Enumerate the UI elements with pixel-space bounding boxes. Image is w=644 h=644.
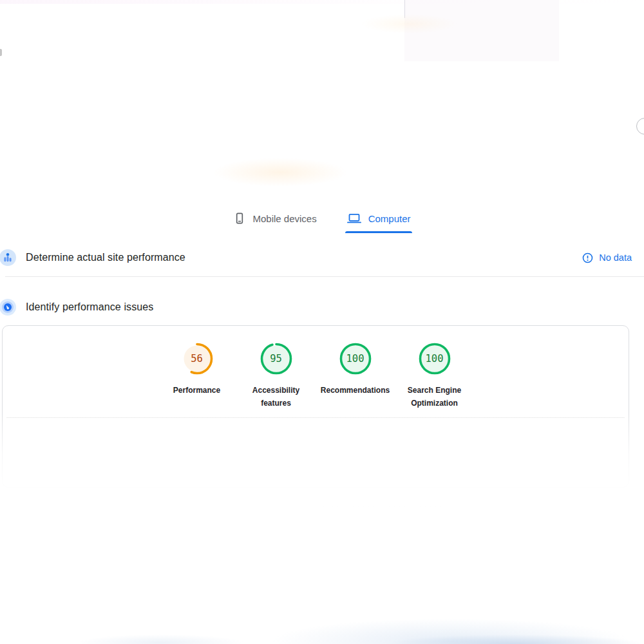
- score-gauges: 56 Performance 95 Accessibility features…: [3, 343, 629, 410]
- score-value: 100: [419, 343, 451, 375]
- info-icon: [582, 252, 593, 263]
- background-artifact: [0, 49, 2, 56]
- device-tabs: Mobile devices Computer: [0, 204, 644, 233]
- score-label: Search Engine Optimization: [395, 384, 474, 410]
- score-gauge-seo[interactable]: 100 Search Engine Optimization: [395, 343, 474, 410]
- score-label: Accessibility features: [236, 384, 316, 410]
- smartphone-icon: [233, 212, 246, 225]
- lighthouse-gauge-icon: [0, 299, 16, 316]
- score-label: Recommendations: [321, 384, 390, 397]
- card-divider: [6, 417, 625, 418]
- background-artifact: [77, 634, 245, 644]
- score-value: 56: [181, 343, 213, 375]
- background-artifact: [161, 502, 612, 644]
- insights-icon: [0, 249, 16, 266]
- background-artifact: [404, 0, 405, 18]
- section-title: Determine actual site performance: [26, 252, 185, 263]
- no-data-label: No data: [599, 252, 632, 263]
- section-divider: [5, 276, 644, 277]
- background-artifact: [636, 118, 644, 135]
- score-value: 95: [260, 343, 292, 375]
- tab-label: Mobile devices: [252, 213, 316, 224]
- score-gauge-accessibility[interactable]: 95 Accessibility features: [236, 343, 316, 410]
- active-tab-indicator: [345, 231, 412, 233]
- section-lab-data[interactable]: Identify performance issues: [0, 289, 644, 326]
- no-data-link[interactable]: No data: [582, 252, 632, 263]
- tab-mobile-devices[interactable]: Mobile devices: [232, 204, 317, 233]
- score-value: 100: [339, 343, 372, 375]
- laptop-icon: [346, 212, 362, 225]
- background-artifact: [386, 634, 644, 644]
- background-artifact: [0, 0, 644, 4]
- background-artifact: [361, 14, 457, 33]
- tab-label: Computer: [368, 213, 411, 224]
- lab-report-card: 56 Performance 95 Accessibility features…: [2, 325, 629, 488]
- background-artifact: [213, 158, 348, 187]
- score-gauge-performance[interactable]: 56 Performance: [157, 343, 236, 410]
- background-artifact: [404, 0, 559, 61]
- score-label: Performance: [173, 384, 220, 397]
- section-title: Identify performance issues: [26, 301, 153, 313]
- score-gauge-recommendations[interactable]: 100 Recommendations: [316, 343, 395, 410]
- tab-computer[interactable]: Computer: [345, 204, 412, 233]
- section-field-data[interactable]: Determine actual site performance No dat…: [0, 239, 644, 276]
- background-artifact: [270, 618, 631, 644]
